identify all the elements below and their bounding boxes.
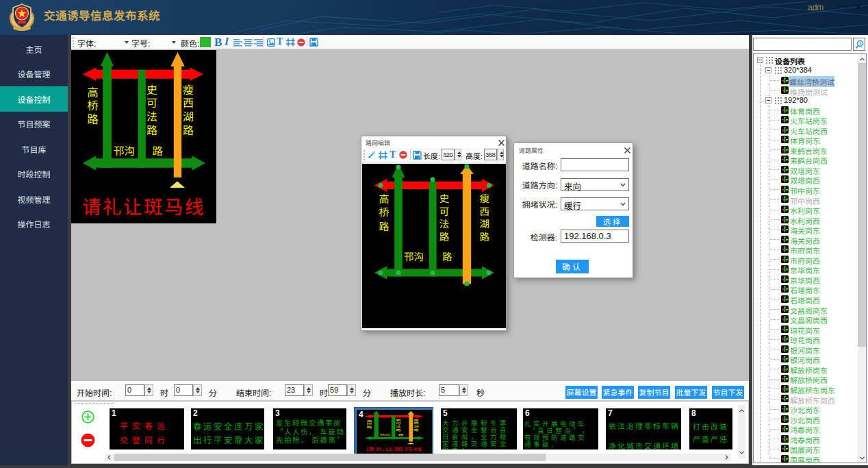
svg-text:史: 史 [439, 190, 450, 205]
svg-text:路: 路 [398, 433, 404, 437]
svg-text:路: 路 [87, 110, 99, 127]
svg-text:邗沟: 邗沟 [404, 249, 424, 263]
svg-text:路: 路 [146, 121, 157, 138]
svg-text:邗沟: 邗沟 [114, 143, 135, 158]
svg-text:路: 路 [439, 229, 450, 243]
svg-text:路: 路 [396, 428, 402, 432]
svg-text:桥: 桥 [379, 204, 389, 219]
svg-text:请礼让斑马线: 请礼让斑马线 [82, 192, 205, 219]
svg-text:瘦: 瘦 [479, 190, 489, 205]
svg-text:路: 路 [479, 229, 489, 243]
svg-text:路: 路 [366, 426, 372, 430]
svg-text:高: 高 [379, 191, 389, 206]
svg-text:请礼让斑马线: 请礼让斑马线 [366, 445, 423, 452]
svg-text:路: 路 [413, 428, 420, 432]
svg-text:路: 路 [379, 219, 389, 233]
svg-text:路: 路 [183, 121, 194, 138]
svg-text:法: 法 [439, 216, 450, 230]
svg-text:路: 路 [153, 143, 164, 158]
svg-text:湖: 湖 [479, 216, 489, 230]
svg-text:3: 3 [859, 41, 862, 46]
svg-text:邗沟: 邗沟 [379, 433, 390, 437]
svg-text:路: 路 [442, 249, 452, 263]
